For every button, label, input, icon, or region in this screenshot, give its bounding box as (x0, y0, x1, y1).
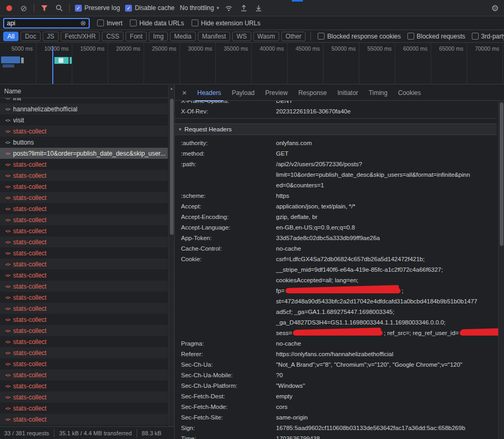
hide-extension-urls-checkbox[interactable]: Hide extension URLs (192, 20, 261, 27)
request-row[interactable]: <>stats-collect (0, 236, 168, 247)
request-row[interactable]: <>stats-collect (0, 292, 168, 303)
tab-cookies[interactable]: Cookies (398, 89, 421, 97)
header-value: gzip, deflate, br (276, 212, 497, 222)
request-row[interactable]: <>posts?limit=10&order=publish_date_desc… (0, 148, 168, 159)
request-row[interactable]: <>stats-collect (0, 247, 168, 259)
filter-icon[interactable] (40, 3, 49, 13)
clear-network-log-icon[interactable]: ⊘ (19, 3, 28, 13)
request-row[interactable]: <>buttons (0, 137, 168, 148)
export-har-icon[interactable] (254, 3, 263, 13)
request-row[interactable]: <>stats-collect (0, 403, 168, 414)
request-row[interactable]: <>stats-collect (0, 281, 168, 292)
request-row[interactable]: <>stats-collect (0, 270, 168, 281)
scrollbar-thumb[interactable] (500, 102, 503, 246)
disable-cache-checkbox[interactable]: ✓ Disable cache (125, 4, 174, 12)
request-type-icon: <> (5, 395, 10, 400)
request-row[interactable]: <>stats-collect (0, 369, 168, 380)
type-filter-all[interactable]: All (3, 32, 18, 41)
header-value: 202312261916-30670fa40e (276, 106, 497, 117)
type-filter-fetch-xhr[interactable]: Fetch/XHR (61, 32, 100, 41)
section-separator (175, 118, 497, 119)
request-name: stats-collect (13, 371, 46, 379)
request-name: stats-collect (13, 205, 46, 213)
scrollbar-thumb[interactable] (170, 99, 174, 235)
request-row[interactable]: <>stats-collect (0, 259, 168, 270)
request-row[interactable]: <>stats-collect (0, 303, 168, 314)
invert-checkbox[interactable]: Invert (97, 20, 122, 27)
request-row[interactable]: <>stats-collect (0, 181, 168, 192)
record-button[interactable] (4, 3, 14, 13)
search-icon[interactable] (54, 3, 64, 13)
details-tabs: × HeadersPayloadPreviewResponseInitiator… (175, 85, 504, 101)
type-filter-img[interactable]: Img (149, 32, 168, 41)
type-filter-other[interactable]: Other (281, 32, 306, 41)
request-row[interactable]: <>stats-collect (0, 425, 168, 426)
request-row[interactable]: <>stats-collect (0, 170, 168, 181)
request-headers-section-header[interactable]: ▾ Request Headers (175, 123, 497, 135)
tab-timing[interactable]: Timing (369, 89, 388, 97)
header-row: :scheme:https (175, 190, 497, 201)
tab-preview[interactable]: Preview (265, 89, 288, 97)
scroll-up-icon[interactable]: ▲ (169, 87, 174, 90)
header-row: Time:1703636799438 (175, 433, 497, 439)
toolbar-divider (69, 4, 70, 12)
close-details-icon[interactable]: × (182, 88, 187, 97)
type-filter-js[interactable]: JS (43, 32, 59, 41)
header-name: :authority: (175, 138, 276, 148)
type-filter-wasm[interactable]: Wasm (253, 32, 280, 41)
type-filter-ws[interactable]: WS (232, 32, 251, 41)
request-row[interactable]: <>stats-collect (0, 392, 168, 403)
tab-payload[interactable]: Payload (232, 89, 254, 97)
request-list-scrollbar[interactable]: ▲ (168, 85, 174, 426)
settings-gear-icon[interactable]: ⚙ (490, 3, 500, 13)
import-har-icon[interactable] (239, 3, 249, 13)
request-row[interactable]: <>stats-collect (0, 336, 168, 347)
request-type-icon: <> (5, 129, 10, 134)
request-row[interactable]: <>stats-collect (0, 314, 168, 325)
request-row[interactable]: <>stats-collect (0, 192, 168, 203)
request-row[interactable]: <>stats-collect (0, 203, 168, 214)
name-column-header[interactable]: Name (0, 85, 174, 98)
clear-filter-icon[interactable]: ⊗ (80, 19, 86, 27)
request-row[interactable]: <>stats-collect (0, 380, 168, 392)
type-filter-media[interactable]: Media (170, 32, 196, 41)
tab-headers[interactable]: Headers (197, 89, 221, 97)
type-filter-doc[interactable]: Doc (21, 32, 40, 41)
header-name: Accept: (175, 201, 276, 212)
filter-input[interactable] (7, 20, 70, 27)
request-type-icon: <> (5, 195, 10, 201)
request-row[interactable]: <>stats-collect (0, 347, 168, 358)
throttling-select[interactable]: No throttling ▾ (180, 4, 219, 12)
tab-response[interactable]: Response (298, 89, 327, 97)
blocked-response-cookies-checkbox[interactable]: Blocked response cookies (318, 33, 401, 40)
third-party-requests-checkbox[interactable]: 3rd-party requests (472, 33, 504, 40)
type-filter-font[interactable]: Font (126, 32, 147, 41)
request-row[interactable]: <>stats-collect (0, 126, 168, 137)
request-row[interactable]: <>hannahelizabethofficial (0, 103, 168, 114)
request-row[interactable]: <>visit (0, 114, 168, 126)
request-row[interactable]: <>stats-collect (0, 214, 168, 225)
overview-activity-bar (70, 57, 72, 64)
request-row[interactable]: <>stats-collect (0, 358, 168, 369)
blocked-requests-checkbox[interactable]: Blocked requests (407, 33, 465, 40)
tab-initiator[interactable]: Initiator (337, 89, 358, 97)
request-name: stats-collect (13, 172, 46, 179)
type-filter-manifest[interactable]: Manifest (198, 32, 230, 41)
preserve-log-checkbox[interactable]: ✓ Preserve log (75, 4, 120, 12)
header-row: App-Token:33d57ade8c02dbc5a333db99ff9ae2… (175, 233, 497, 243)
header-value: 1703636799438 (276, 433, 497, 439)
header-row: Sec-Ch-Ua-Platform:"Windows" (175, 380, 497, 391)
request-row[interactable]: <>stats-collect (0, 325, 168, 336)
request-row[interactable]: <>stats-collect (0, 414, 168, 425)
request-row[interactable]: <>stats-collect (0, 159, 168, 170)
details-scrollbar[interactable] (498, 101, 504, 439)
type-filter-css[interactable]: CSS (102, 32, 123, 41)
network-conditions-icon[interactable] (224, 3, 234, 13)
request-name: stats-collect (13, 305, 46, 312)
overview-activity-bar (3, 64, 14, 68)
request-row[interactable]: <>stats-collect (0, 225, 168, 236)
request-row[interactable]: <>init (0, 98, 168, 103)
overview-strip[interactable]: 5000 ms10000 ms15000 ms20000 ms25000 ms3… (0, 43, 504, 84)
header-name: App-Token: (175, 233, 276, 243)
hide-data-urls-checkbox[interactable]: Hide data URLs (130, 20, 184, 27)
